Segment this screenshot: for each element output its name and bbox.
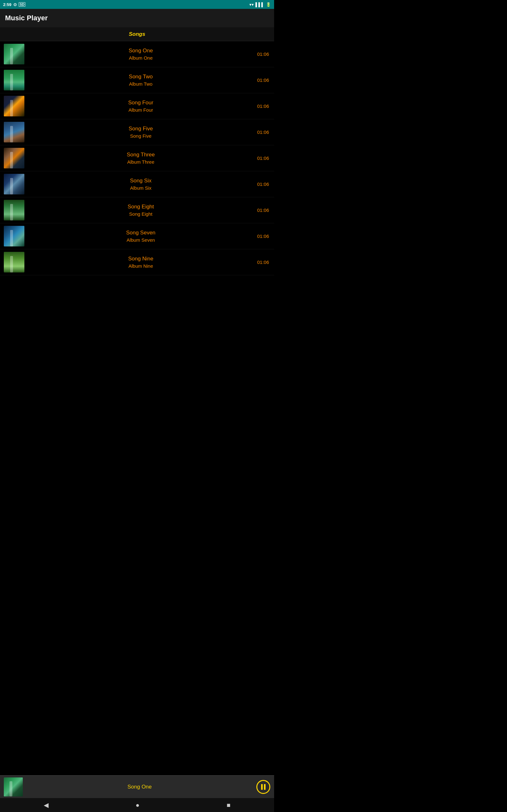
- circle-icon: ⊙: [13, 2, 17, 7]
- song-info-5: Song Three Album Three: [24, 152, 257, 165]
- song-info-1: Song One Album One: [24, 48, 257, 61]
- song-album-2: Album Two: [129, 81, 153, 87]
- song-thumb-7: [4, 200, 24, 220]
- song-list: Song One Album One 01:06 Song Two Album …: [0, 41, 274, 301]
- status-left: 2:59 ⊙ SD: [3, 2, 25, 7]
- song-album-4: Song Five: [130, 133, 152, 139]
- song-duration-7: 01:06: [257, 207, 269, 213]
- song-item-1[interactable]: Song One Album One 01:06: [0, 41, 274, 67]
- song-info-2: Song Two Album Two: [24, 73, 257, 87]
- song-info-7: Song Eight Song Eight: [24, 204, 257, 217]
- song-name-1: Song One: [129, 48, 153, 54]
- song-item-2[interactable]: Song Two Album Two 01:06: [0, 67, 274, 93]
- song-item-9[interactable]: Song Nine Album Nine 01:06: [0, 249, 274, 275]
- song-duration-6: 01:06: [257, 182, 269, 187]
- song-duration-1: 01:06: [257, 51, 269, 57]
- song-thumb-5: [4, 148, 24, 168]
- song-duration-8: 01:06: [257, 234, 269, 239]
- song-item-6[interactable]: Song Six Album Six 01:06: [0, 171, 274, 197]
- song-info-6: Song Six Album Six: [24, 177, 257, 191]
- song-thumb-8: [4, 226, 24, 247]
- song-duration-4: 01:06: [257, 130, 269, 135]
- song-name-5: Song Three: [127, 152, 155, 158]
- song-thumb-2: [4, 70, 24, 90]
- song-thumb-1: [4, 44, 24, 64]
- sd-icon: SD: [19, 2, 25, 7]
- song-item-5[interactable]: Song Three Album Three 01:06: [0, 145, 274, 171]
- song-album-8: Album Seven: [127, 237, 155, 243]
- battery-icon: 🔋: [266, 2, 271, 7]
- wifi-icon: ▾▾: [249, 2, 254, 7]
- song-info-9: Song Nine Album Nine: [24, 256, 257, 269]
- song-info-3: Song Four Album Four: [24, 100, 257, 113]
- signal-icon: ▌▌▌: [256, 2, 264, 7]
- app-bar: Music Player: [0, 9, 274, 27]
- app-title: Music Player: [5, 14, 48, 22]
- song-info-8: Song Seven Album Seven: [24, 230, 257, 243]
- song-duration-5: 01:06: [257, 155, 269, 161]
- song-item-7[interactable]: Song Eight Song Eight 01:06: [0, 197, 274, 223]
- song-name-2: Song Two: [129, 73, 153, 80]
- song-thumb-6: [4, 174, 24, 194]
- song-album-1: Album One: [129, 55, 153, 61]
- status-bar: 2:59 ⊙ SD ▾▾ ▌▌▌ 🔋: [0, 0, 274, 9]
- song-album-5: Album Three: [127, 159, 154, 165]
- song-album-3: Album Four: [128, 107, 153, 113]
- song-duration-9: 01:06: [257, 259, 269, 265]
- song-thumb-3: [4, 96, 24, 116]
- song-album-7: Song Eight: [129, 211, 153, 217]
- song-album-9: Album Nine: [128, 263, 153, 269]
- song-item-8[interactable]: Song Seven Album Seven 01:06: [0, 223, 274, 249]
- song-name-4: Song Five: [129, 125, 153, 132]
- song-item-4[interactable]: Song Five Song Five 01:06: [0, 119, 274, 145]
- song-duration-3: 01:06: [257, 103, 269, 109]
- song-info-4: Song Five Song Five: [24, 125, 257, 139]
- song-album-6: Album Six: [130, 185, 152, 191]
- song-name-8: Song Seven: [126, 230, 156, 236]
- song-thumb-9: [4, 252, 24, 272]
- song-duration-2: 01:06: [257, 78, 269, 83]
- song-item-3[interactable]: Song Four Album Four 01:06: [0, 93, 274, 119]
- song-name-6: Song Six: [130, 177, 152, 184]
- song-name-7: Song Eight: [128, 204, 154, 210]
- status-time: 2:59: [3, 2, 11, 7]
- song-name-3: Song Four: [128, 100, 153, 106]
- tab-bar: Songs: [0, 27, 274, 41]
- song-thumb-4: [4, 122, 24, 142]
- tab-songs[interactable]: Songs: [129, 31, 146, 38]
- song-name-9: Song Nine: [128, 256, 153, 262]
- status-right: ▾▾ ▌▌▌ 🔋: [249, 2, 271, 7]
